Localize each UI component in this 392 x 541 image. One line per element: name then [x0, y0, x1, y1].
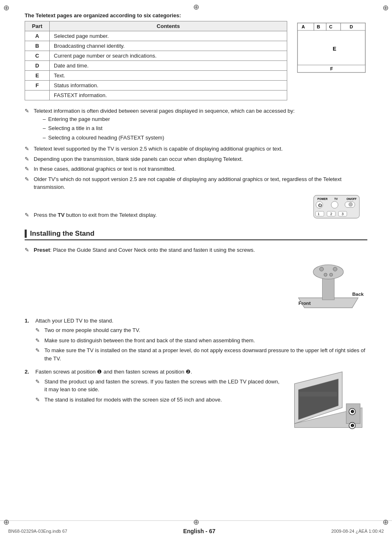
step-1-note-2: ✎ Make sure to distinguish between the f… — [35, 337, 367, 345]
step-2-num: 2. — [25, 368, 32, 376]
step-1: 1. Attach your LED TV to the stand. ✎ Tw… — [25, 317, 367, 365]
note-sub-3: Selecting a coloured heading (FASTEXT sy… — [43, 134, 367, 142]
footer-right: 2009-08-24 ¿ÀEÀ 1:00:42 — [331, 529, 384, 534]
svg-text:F: F — [330, 66, 333, 71]
svg-rect-40 — [299, 392, 337, 397]
step-1-note-icon-3: ✎ — [35, 346, 42, 355]
svg-text:❷: ❷ — [350, 409, 354, 414]
svg-text:2: 2 — [330, 211, 332, 216]
step-1-note-3: ✎ To make sure the TV is installed on th… — [35, 346, 367, 362]
content-a: Selected page number. — [50, 31, 287, 41]
notes-section: ✎ Teletext information is often divided … — [25, 107, 367, 221]
corner-mark-tr: ⊕ — [383, 3, 389, 12]
tv-remote-diagram: POWER TV ON/OFF ⏻ 1 — [310, 193, 367, 221]
table-row: A Selected page number. — [25, 31, 287, 41]
center-top-mark: ⊕ — [193, 2, 199, 12]
note-icon-2: ✎ — [25, 145, 31, 153]
part-d: D — [25, 61, 50, 71]
svg-text:POWER: POWER — [318, 197, 328, 200]
part-b: B — [25, 41, 50, 51]
content-fastext: FASTEXT information. — [50, 91, 287, 100]
note-icon-5: ✎ — [25, 175, 31, 183]
step-2-note-2: ✎ The stand is installed for models with… — [35, 396, 281, 404]
step-1-num: 1. — [25, 317, 32, 325]
note-5: ✎ Older TV's which do not support versio… — [25, 175, 367, 191]
step-1-note-text-3: To make sure the TV is installed on the … — [44, 346, 367, 362]
step-2: 2. Fasten screws at position ❶ and then … — [25, 368, 281, 406]
step-2-notes: 2. Fasten screws at position ❶ and then … — [25, 368, 281, 433]
note-6: ✎ Press the TV button to exit from the T… — [25, 211, 310, 219]
stand-diagram-svg: Back Front — [289, 246, 367, 310]
svg-point-18 — [331, 201, 338, 208]
corner-mark-br: ⊕ — [383, 518, 389, 527]
svg-point-31 — [333, 267, 337, 271]
tv-remote-svg: POWER TV ON/OFF ⏻ 1 — [310, 193, 363, 220]
table-row: C Current page number or search indicati… — [25, 51, 287, 61]
preset-icon: ✎ — [25, 246, 31, 254]
step-1-note-1: ✎ Two or more people should carry the TV… — [35, 326, 367, 334]
note-text-6: Press the TV button to exit from the Tel… — [34, 211, 310, 219]
content-c: Current page number or search indication… — [50, 51, 287, 61]
svg-text:TV: TV — [334, 197, 338, 200]
note-tv-button-row: ✎ Press the TV button to exit from the T… — [25, 193, 367, 221]
table-intro: The Teletext pages are organized accordi… — [25, 12, 367, 19]
svg-text:❶: ❶ — [350, 423, 354, 428]
step-2-diagram: ❶ ❷ — [289, 368, 367, 433]
note-sub-2: Selecting a title in a list — [43, 124, 367, 132]
table-section: Part Contents A Selected page number. B … — [25, 21, 287, 100]
svg-rect-7 — [341, 23, 365, 30]
note-text-3: Depending upon the transmission, blank s… — [34, 155, 367, 163]
part-a: A — [25, 31, 50, 41]
step-2-content: Fasten screws at position ❶ and then fas… — [35, 368, 281, 406]
stand-diagram: Back Front — [289, 246, 367, 311]
table-row: FASTEXT information. — [25, 91, 287, 100]
footer-left: BN68-02329A-03Eng.indb 67 — [8, 529, 67, 534]
step-2-note-icon-1: ✎ — [35, 378, 42, 386]
step-1-note-icon-2: ✎ — [35, 337, 42, 345]
svg-point-30 — [320, 267, 324, 271]
part-f: F — [25, 81, 50, 91]
page: ⊕ ⊕ ⊕ The Teletext pages are organized a… — [0, 0, 392, 541]
svg-rect-1 — [297, 23, 314, 30]
teletext-diagram-svg: A B C D E F — [295, 21, 367, 74]
note-icon-4: ✎ — [25, 165, 31, 173]
table-row: E Text. — [25, 71, 287, 81]
svg-text:E: E — [333, 46, 337, 52]
svg-text:ON/OFF: ON/OFF — [346, 197, 357, 200]
stand-text: ✎ Preset: Place the Guide Stand and Cove… — [25, 246, 281, 311]
note-sub-1: Entering the page number — [43, 115, 367, 123]
step-1-content: Attach your LED TV to the stand. ✎ Two o… — [35, 317, 367, 365]
note-text-4: In these cases, additional graphics or t… — [34, 165, 367, 173]
step-2-note-1: ✎ Stand the product up and fasten the sc… — [35, 378, 281, 394]
svg-rect-3 — [314, 23, 326, 30]
step-2-row: 2. Fasten screws at position ❶ and then … — [25, 368, 367, 433]
step-2-diagram-svg: ❶ ❷ — [289, 368, 367, 432]
section-heading: Installing the Stand — [25, 230, 367, 240]
step-1-note-text-1: Two or more people should carry the TV. — [44, 326, 367, 334]
section-title: Installing the Stand — [30, 230, 95, 238]
section-heading-bar — [25, 230, 27, 238]
note-text-5: Older TV's which do not support version … — [34, 175, 367, 191]
content-b: Broadcasting channel identity. — [50, 41, 287, 51]
steps-section: 1. Attach your LED TV to the stand. ✎ Tw… — [25, 317, 367, 433]
stand-section: ✎ Preset: Place the Guide Stand and Cove… — [25, 246, 367, 311]
note-icon-1: ✎ — [25, 107, 31, 115]
step-2-note-icon-2: ✎ — [35, 396, 42, 404]
teletext-diagram: A B C D E F — [295, 21, 367, 76]
note-icon-3: ✎ — [25, 155, 31, 163]
corner-mark-tl: ⊕ — [3, 3, 9, 12]
svg-point-20 — [349, 202, 353, 206]
teletext-table: Part Contents A Selected page number. B … — [25, 21, 287, 100]
content-d: Date and time. — [50, 61, 287, 71]
step-1-note-text-2: Make sure to distinguish between the fro… — [44, 337, 367, 345]
table-row: F Status information. — [25, 81, 287, 91]
svg-text:A: A — [302, 24, 305, 29]
part-e: E — [25, 71, 50, 81]
part-empty — [25, 91, 50, 100]
svg-text:⏻: ⏻ — [318, 203, 322, 207]
step-1-note-icon-1: ✎ — [35, 326, 42, 334]
footer-center: English - 67 — [183, 528, 216, 534]
preset-text: Preset: Place the Guide Stand and Cover … — [34, 246, 281, 254]
center-bottom-mark: ⊕ — [193, 518, 199, 527]
note-3: ✎ Depending upon the transmission, blank… — [25, 155, 367, 163]
